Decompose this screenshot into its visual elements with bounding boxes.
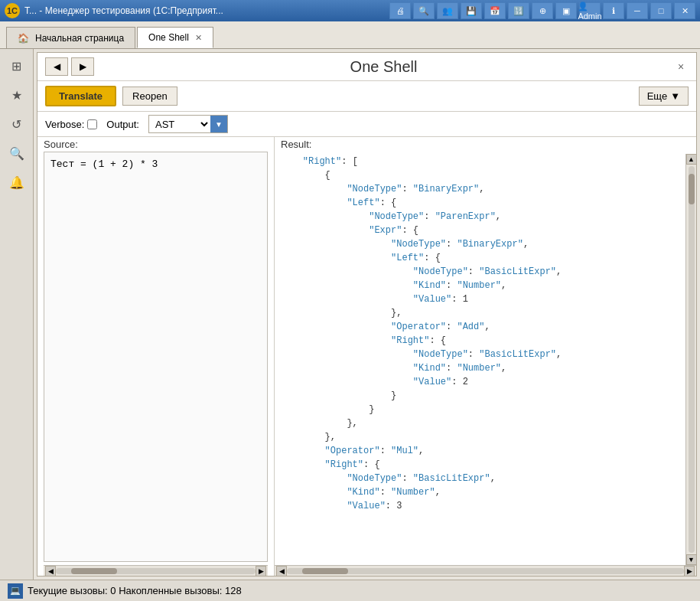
result-content: "Right": [ { "NodeType": "BinaryExpr", "… xyxy=(275,152,696,565)
titlebar-toolbar: 🖨 🔍 👥 💾 📅 🔢 ⊕ ▣ 👤 Admin ℹ ─ □ ✕ xyxy=(389,2,695,19)
window-btn[interactable]: ▣ xyxy=(555,2,577,19)
star-icon: ★ xyxy=(11,88,22,103)
verbose-label: Verbose: xyxy=(45,119,97,130)
minimize-btn[interactable]: ─ xyxy=(627,2,648,19)
window-title: Т... - Менеджер тестирования (1С:Предпри… xyxy=(24,5,223,16)
sidebar: ⊞ ★ ↺ 🔍 🔔 xyxy=(0,49,34,580)
source-panel: Source: Тест = (1 + 2) * 3 ◀ ▶ xyxy=(37,137,275,576)
chevron-down-icon: ▼ xyxy=(670,90,680,102)
users-btn[interactable]: 👥 xyxy=(437,2,458,19)
tab-home-label: Начальная страница xyxy=(35,33,124,44)
tabbar: 🏠 Начальная страница One Shell ✕ xyxy=(0,21,700,49)
save-btn[interactable]: 💾 xyxy=(461,2,482,19)
result-hscroll-thumb[interactable] xyxy=(302,568,348,574)
zoom-btn[interactable]: ⊕ xyxy=(532,2,553,19)
close-window-btn[interactable]: ✕ xyxy=(674,2,695,19)
result-label: Result: xyxy=(275,137,696,152)
main-container: ⊞ ★ ↺ 🔍 🔔 ◀ ▶ One Shell × Translate xyxy=(0,49,700,580)
verbose-checkbox[interactable] xyxy=(87,119,97,129)
page-title: One Shell xyxy=(94,58,673,76)
sidebar-item-search[interactable]: 🔍 xyxy=(3,139,31,167)
titlebar-left: 1С Т... - Менеджер тестирования (1С:Пред… xyxy=(5,3,223,18)
scroll-right-arrow[interactable]: ▶ xyxy=(256,566,266,577)
output-select-container[interactable]: AST ▼ xyxy=(148,115,228,133)
statusbar: 💻 Текущие вызовы: 0 Накопленные вызовы: … xyxy=(0,580,700,601)
home-icon: 🏠 xyxy=(18,33,29,44)
source-editor[interactable]: Тест = (1 + 2) * 3 xyxy=(44,152,268,562)
sidebar-item-grid[interactable]: ⊞ xyxy=(3,52,31,80)
options-row: Verbose: Output: AST ▼ xyxy=(37,112,696,137)
search-toolbar-btn[interactable]: 🔍 xyxy=(413,2,435,19)
toolbar-left: Translate Reopen xyxy=(45,86,177,106)
result-scrollbar-h[interactable]: ◀ ▶ xyxy=(275,565,696,576)
more-label: Еще xyxy=(647,90,667,102)
result-scroll-right[interactable]: ▶ xyxy=(684,566,695,577)
result-scrollbar-v[interactable]: ▲ ▼ xyxy=(685,154,696,565)
panels-row: Source: Тест = (1 + 2) * 3 ◀ ▶ Result: "… xyxy=(37,137,696,576)
info-btn[interactable]: ℹ xyxy=(603,2,624,19)
result-vscroll-track[interactable] xyxy=(689,166,695,553)
titlebar: 1С Т... - Менеджер тестирования (1С:Пред… xyxy=(0,0,700,21)
sidebar-item-bell[interactable]: 🔔 xyxy=(3,168,31,196)
source-scroll-thumb[interactable] xyxy=(71,568,117,574)
translate-button[interactable]: Translate xyxy=(45,86,116,106)
tab-oneshell[interactable]: One Shell ✕ xyxy=(137,27,213,48)
app-logo: 1С xyxy=(5,3,20,18)
grid-icon: ⊞ xyxy=(11,59,21,73)
tab-home[interactable]: 🏠 Начальная страница xyxy=(6,27,135,48)
admin-btn[interactable]: 👤 Admin xyxy=(579,2,601,19)
nav-buttons: ◀ ▶ xyxy=(45,57,94,76)
result-hscroll-track[interactable] xyxy=(287,568,684,574)
tab-oneshell-label: One Shell xyxy=(148,32,189,43)
content-header: ◀ ▶ One Shell × xyxy=(37,53,696,81)
print-btn[interactable]: 🖨 xyxy=(389,2,411,19)
forward-button[interactable]: ▶ xyxy=(71,57,94,76)
select-arrow-icon[interactable]: ▼ xyxy=(210,116,227,132)
source-scrollbar-h[interactable]: ◀ ▶ xyxy=(44,565,268,576)
source-label: Source: xyxy=(37,137,274,152)
scroll-down-arrow[interactable]: ▼ xyxy=(686,554,697,565)
scroll-up-arrow[interactable]: ▲ xyxy=(686,154,697,165)
search-icon: 🔍 xyxy=(9,146,24,161)
statusbar-icon: 💻 xyxy=(8,583,23,599)
result-scroll-left[interactable]: ◀ xyxy=(276,566,287,577)
maximize-btn[interactable]: □ xyxy=(650,2,672,19)
source-scroll-track[interactable] xyxy=(56,568,256,574)
result-vscroll-thumb[interactable] xyxy=(689,174,695,204)
reopen-button[interactable]: Reopen xyxy=(122,87,177,106)
panel-close-button[interactable]: × xyxy=(673,59,689,74)
result-panel: Result: "Right": [ { "NodeType": "Binary… xyxy=(275,137,696,576)
source-code: Тест = (1 + 2) * 3 xyxy=(50,158,158,170)
tab-close-icon[interactable]: ✕ xyxy=(195,33,202,43)
output-select[interactable]: AST xyxy=(149,116,210,132)
back-button[interactable]: ◀ xyxy=(45,57,68,76)
calendar-btn[interactable]: 📅 xyxy=(484,2,506,19)
sidebar-item-history[interactable]: ↺ xyxy=(3,110,31,138)
bell-icon: 🔔 xyxy=(9,175,24,190)
toolbar-row: Translate Reopen Еще ▼ xyxy=(37,81,696,112)
sidebar-item-star[interactable]: ★ xyxy=(3,81,31,109)
more-button[interactable]: Еще ▼ xyxy=(639,87,689,106)
calc-btn[interactable]: 🔢 xyxy=(508,2,529,19)
scroll-left-arrow[interactable]: ◀ xyxy=(45,566,56,577)
content-panel: ◀ ▶ One Shell × Translate Reopen Еще ▼ V… xyxy=(37,52,697,577)
output-label: Output: xyxy=(106,119,139,130)
history-icon: ↺ xyxy=(11,117,21,132)
statusbar-text: Текущие вызовы: 0 Накопленные вызовы: 12… xyxy=(28,585,242,596)
